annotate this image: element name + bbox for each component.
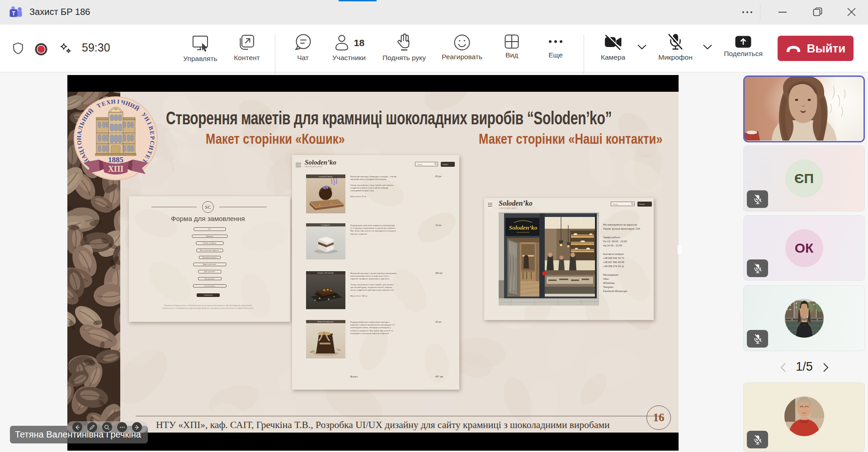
svg-text:Н: Н [111, 98, 116, 105]
svg-text:Lavender & Honey: Lavender & Honey [319, 176, 332, 178]
svg-text:Н: Н [75, 136, 82, 140]
svg-text:Велике chocolate pack: Велике chocolate pack [318, 321, 334, 323]
svg-text:ХПІ: ХПІ [108, 165, 123, 174]
svg-text:О: О [75, 140, 83, 146]
svg-text:Soloden’ko: Soloden’ko [509, 224, 537, 231]
svg-text:Р: Р [149, 136, 156, 140]
svg-text:T: T [12, 10, 15, 17]
svg-text:SC: SC [205, 204, 211, 210]
svg-text:1 пакування: 1 пакування [321, 224, 330, 226]
svg-text:1885: 1885 [108, 155, 123, 164]
svg-text:І: І [117, 98, 119, 105]
svg-text:Соломка з Фісташками: Соломка з Фісташками [317, 272, 334, 274]
